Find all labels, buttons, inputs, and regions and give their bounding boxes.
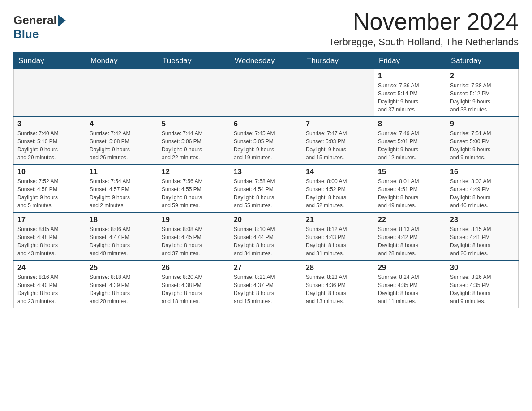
calendar-cell: 27Sunrise: 8:21 AM Sunset: 4:37 PM Dayli… (230, 261, 302, 308)
day-number: 11 (90, 168, 154, 176)
day-info: Sunrise: 7:56 AM Sunset: 4:55 PM Dayligh… (162, 177, 226, 210)
calendar-cell (86, 69, 158, 117)
header-sunday: Sunday (14, 53, 86, 69)
calendar-cell (14, 69, 86, 117)
header-monday: Monday (86, 53, 158, 69)
day-number: 1 (378, 72, 442, 80)
calendar-cell: 23Sunrise: 8:15 AM Sunset: 4:41 PM Dayli… (446, 213, 519, 261)
day-info: Sunrise: 8:26 AM Sunset: 4:35 PM Dayligh… (450, 273, 515, 305)
calendar-cell: 20Sunrise: 8:10 AM Sunset: 4:44 PM Dayli… (230, 213, 302, 261)
calendar-cell: 18Sunrise: 8:06 AM Sunset: 4:47 PM Dayli… (86, 213, 158, 261)
day-info: Sunrise: 8:03 AM Sunset: 4:49 PM Dayligh… (450, 177, 515, 210)
day-number: 15 (378, 168, 442, 176)
logo-arrow-icon (58, 14, 66, 27)
calendar-cell: 12Sunrise: 7:56 AM Sunset: 4:55 PM Dayli… (158, 165, 230, 213)
day-number: 27 (234, 264, 298, 272)
month-title: November 2024 (329, 9, 519, 34)
day-info: Sunrise: 8:12 AM Sunset: 4:43 PM Dayligh… (306, 225, 370, 257)
day-info: Sunrise: 8:01 AM Sunset: 4:51 PM Dayligh… (378, 177, 442, 210)
day-info: Sunrise: 8:05 AM Sunset: 4:48 PM Dayligh… (17, 225, 82, 257)
day-number: 22 (378, 216, 442, 224)
calendar-week-row: 17Sunrise: 8:05 AM Sunset: 4:48 PM Dayli… (14, 213, 519, 261)
day-number: 30 (450, 264, 515, 272)
day-info: Sunrise: 8:24 AM Sunset: 4:35 PM Dayligh… (378, 273, 442, 305)
header-friday: Friday (374, 53, 446, 69)
day-number: 18 (90, 216, 154, 224)
calendar-cell: 14Sunrise: 8:00 AM Sunset: 4:52 PM Dayli… (302, 165, 374, 213)
calendar-cell (302, 69, 374, 117)
day-number: 14 (306, 168, 370, 176)
calendar-cell: 13Sunrise: 7:58 AM Sunset: 4:54 PM Dayli… (230, 165, 302, 213)
day-info: Sunrise: 8:06 AM Sunset: 4:47 PM Dayligh… (90, 225, 154, 257)
calendar-cell: 10Sunrise: 7:52 AM Sunset: 4:58 PM Dayli… (14, 165, 86, 213)
day-number: 29 (378, 264, 442, 272)
day-number: 4 (90, 120, 154, 128)
day-number: 8 (378, 120, 442, 128)
day-number: 21 (306, 216, 370, 224)
day-number: 26 (162, 264, 226, 272)
day-info: Sunrise: 7:40 AM Sunset: 5:10 PM Dayligh… (17, 129, 82, 162)
day-info: Sunrise: 8:20 AM Sunset: 4:38 PM Dayligh… (162, 273, 226, 305)
calendar-cell: 21Sunrise: 8:12 AM Sunset: 4:43 PM Dayli… (302, 213, 374, 261)
day-info: Sunrise: 8:00 AM Sunset: 4:52 PM Dayligh… (306, 177, 370, 210)
day-info: Sunrise: 7:38 AM Sunset: 5:12 PM Dayligh… (450, 81, 515, 114)
calendar-cell: 7Sunrise: 7:47 AM Sunset: 5:03 PM Daylig… (302, 117, 374, 165)
day-info: Sunrise: 8:10 AM Sunset: 4:44 PM Dayligh… (234, 225, 298, 257)
header-thursday: Thursday (302, 53, 374, 69)
calendar-cell: 29Sunrise: 8:24 AM Sunset: 4:35 PM Dayli… (374, 261, 446, 308)
calendar-cell: 3Sunrise: 7:40 AM Sunset: 5:10 PM Daylig… (14, 117, 86, 165)
day-number: 3 (17, 120, 82, 128)
day-number: 28 (306, 264, 370, 272)
calendar-cell: 28Sunrise: 8:23 AM Sunset: 4:36 PM Dayli… (302, 261, 374, 308)
day-number: 25 (90, 264, 154, 272)
day-number: 16 (450, 168, 515, 176)
calendar-cell: 16Sunrise: 8:03 AM Sunset: 4:49 PM Dayli… (446, 165, 519, 213)
calendar-cell: 6Sunrise: 7:45 AM Sunset: 5:05 PM Daylig… (230, 117, 302, 165)
day-number: 24 (17, 264, 82, 272)
day-number: 10 (17, 168, 82, 176)
day-info: Sunrise: 7:45 AM Sunset: 5:05 PM Dayligh… (234, 129, 298, 162)
calendar-cell: 5Sunrise: 7:44 AM Sunset: 5:06 PM Daylig… (158, 117, 230, 165)
day-info: Sunrise: 7:42 AM Sunset: 5:08 PM Dayligh… (90, 129, 154, 162)
calendar-cell: 30Sunrise: 8:26 AM Sunset: 4:35 PM Dayli… (446, 261, 519, 308)
day-info: Sunrise: 8:23 AM Sunset: 4:36 PM Dayligh… (306, 273, 370, 305)
day-info: Sunrise: 7:47 AM Sunset: 5:03 PM Dayligh… (306, 129, 370, 162)
calendar-week-row: 3Sunrise: 7:40 AM Sunset: 5:10 PM Daylig… (14, 117, 519, 165)
day-number: 13 (234, 168, 298, 176)
logo-blue-text: Blue (13, 27, 39, 41)
calendar-cell: 19Sunrise: 8:08 AM Sunset: 4:45 PM Dayli… (158, 213, 230, 261)
day-number: 17 (17, 216, 82, 224)
day-info: Sunrise: 8:08 AM Sunset: 4:45 PM Dayligh… (162, 225, 226, 257)
day-number: 12 (162, 168, 226, 176)
day-info: Sunrise: 8:18 AM Sunset: 4:39 PM Dayligh… (90, 273, 154, 305)
day-info: Sunrise: 7:58 AM Sunset: 4:54 PM Dayligh… (234, 177, 298, 210)
day-info: Sunrise: 8:15 AM Sunset: 4:41 PM Dayligh… (450, 225, 515, 257)
day-number: 23 (450, 216, 515, 224)
day-number: 7 (306, 120, 370, 128)
page-header: General Blue November 2024 Terbregge, So… (13, 9, 519, 48)
day-number: 19 (162, 216, 226, 224)
day-info: Sunrise: 7:54 AM Sunset: 4:57 PM Dayligh… (90, 177, 154, 210)
calendar-cell: 2Sunrise: 7:38 AM Sunset: 5:12 PM Daylig… (446, 69, 519, 117)
day-number: 2 (450, 72, 515, 80)
day-info: Sunrise: 8:16 AM Sunset: 4:40 PM Dayligh… (17, 273, 82, 305)
calendar-week-row: 1Sunrise: 7:36 AM Sunset: 5:14 PM Daylig… (14, 69, 519, 117)
calendar-cell (158, 69, 230, 117)
day-number: 5 (162, 120, 226, 128)
calendar-header-row: SundayMondayTuesdayWednesdayThursdayFrid… (14, 53, 519, 69)
calendar-table: SundayMondayTuesdayWednesdayThursdayFrid… (13, 52, 519, 308)
calendar-week-row: 10Sunrise: 7:52 AM Sunset: 4:58 PM Dayli… (14, 165, 519, 213)
calendar-cell: 24Sunrise: 8:16 AM Sunset: 4:40 PM Dayli… (14, 261, 86, 308)
day-number: 20 (234, 216, 298, 224)
day-number: 9 (450, 120, 515, 128)
day-info: Sunrise: 7:36 AM Sunset: 5:14 PM Dayligh… (378, 81, 442, 114)
location-title: Terbregge, South Holland, The Netherland… (329, 36, 519, 48)
calendar-cell: 9Sunrise: 7:51 AM Sunset: 5:00 PM Daylig… (446, 117, 519, 165)
calendar-cell: 26Sunrise: 8:20 AM Sunset: 4:38 PM Dayli… (158, 261, 230, 308)
calendar-cell: 22Sunrise: 8:13 AM Sunset: 4:42 PM Dayli… (374, 213, 446, 261)
calendar-cell: 8Sunrise: 7:49 AM Sunset: 5:01 PM Daylig… (374, 117, 446, 165)
day-info: Sunrise: 7:44 AM Sunset: 5:06 PM Dayligh… (162, 129, 226, 162)
header-tuesday: Tuesday (158, 53, 230, 69)
day-number: 6 (234, 120, 298, 128)
logo: General Blue (13, 9, 67, 41)
